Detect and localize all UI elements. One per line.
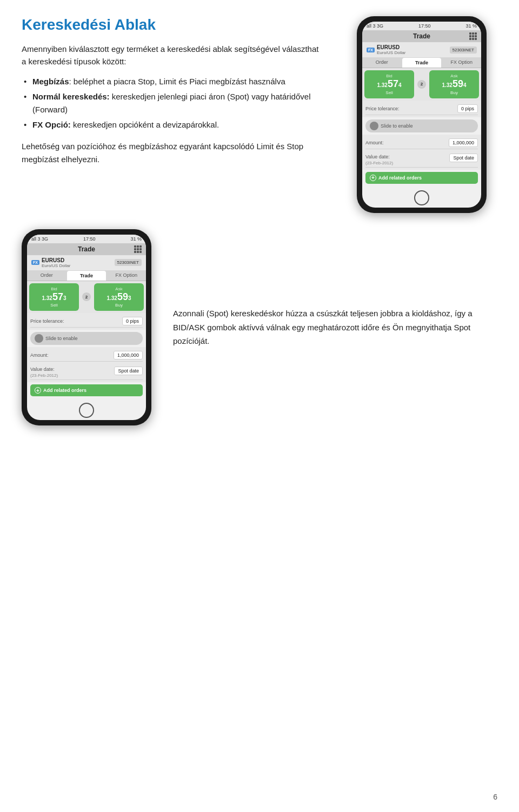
home-button-2[interactable] (79, 403, 94, 418)
ask-action-2: Buy (96, 303, 142, 308)
battery-indicator: 31 % (465, 23, 477, 29)
amount-row-2: Amount: 1,000,000 (30, 349, 143, 362)
tab-trade[interactable]: Trade (402, 58, 442, 68)
phone1-wrapper: all 3 3G 17:50 31 % Trade FX (346, 16, 497, 213)
phone-form: Price tolerance: 0 pips (362, 101, 481, 117)
nav-title-2: Trade (78, 245, 95, 253)
description-text: Lehetőség van pozícióhoz és megbízáshoz … (22, 140, 324, 166)
amount-row: Amount: 1,000,000 (365, 137, 478, 149)
fx-badge: FX (367, 48, 375, 52)
text-content: Kereskedési Ablak Amennyiben kiválasztot… (22, 16, 330, 213)
amount-value-2: 1,000,000 (114, 351, 143, 360)
bullet-text-1: : beléphet a piacra Stop, Limit és Piaci… (69, 77, 285, 86)
value-date-left: Value date: (23-Feb-2012) (365, 151, 393, 165)
currency-info-2: EURUSD Euro/US Dollar (42, 257, 70, 268)
tab-order-2[interactable]: Order (27, 270, 66, 281)
grid-icon (469, 32, 477, 40)
bullet-list: Megbízás: beléphet a piacra Stop, Limit … (22, 75, 324, 131)
bullet-bold-2: Normál kereskedés: (32, 92, 110, 101)
ask-big-2: 59 (117, 291, 128, 302)
page-number: 6 (493, 793, 497, 801)
add-related-orders-button-2[interactable]: + Add related orders (30, 384, 143, 396)
ask-price-2: 1.32593 (96, 291, 142, 303)
list-item: Megbízás: beléphet a piacra Stop, Limit … (22, 75, 324, 88)
list-item: FX Opció: kereskedjen opcióként a deviza… (22, 118, 324, 131)
bid-label-2: Bid (31, 287, 77, 291)
phone2: all 3 3G 17:50 31 % Trade FX (22, 229, 151, 426)
bid-small: 4 (398, 82, 402, 88)
nav-bar: Trade (362, 30, 481, 42)
value-date-row: Value date: (23-Feb-2012) Spot date (365, 149, 478, 168)
bid-small-2: 3 (63, 295, 66, 301)
currency-sub-2: Euro/US Dollar (42, 263, 70, 268)
value-date-value-2: Spot date (114, 367, 143, 375)
amount-label-2: Amount: (30, 352, 49, 358)
ask-label-2: Ask (96, 287, 142, 291)
tab-fx-option-2[interactable]: FX Option (107, 270, 146, 281)
bullet-bold-3: FX Opció: (32, 120, 71, 129)
bid-big: 57 (388, 78, 398, 89)
ask-action: Buy (431, 90, 477, 95)
bottom-section: all 3 3G 17:50 31 % Trade FX (22, 229, 497, 426)
currency-left: FX EURUSD Euro/US Dollar (367, 44, 405, 55)
slide-handle (370, 122, 378, 130)
currency-name: EURUSD (377, 44, 400, 50)
ask-button-2[interactable]: Ask 1.32593 Buy (94, 283, 144, 311)
phone-form-4: Amount: 1,000,000 Value date: (23-Feb-20… (27, 347, 146, 382)
signal-2: all 3 3G (31, 236, 48, 242)
home-button-area (362, 186, 481, 208)
bullet-bold-1: Megbízás (32, 77, 69, 86)
spread-container: 2 (416, 70, 427, 98)
bullet-text-3: kereskedjen opcióként a devizapárokkal. (71, 120, 219, 129)
spread-value: 2 (417, 80, 426, 89)
ask-big: 59 (453, 78, 463, 89)
bid-big-2: 57 (52, 291, 63, 302)
slide-handle-2 (35, 334, 43, 343)
price-tolerance-value: 0 pips (457, 104, 478, 113)
value-date-label: Value date: (365, 154, 390, 159)
phone-tabs: Order Trade FX Option (362, 57, 481, 68)
bid-action-2: Sell (31, 303, 77, 308)
phone-form-3: Price tolerance: 0 pips (27, 313, 146, 330)
tab-order[interactable]: Order (362, 57, 402, 68)
bid-price: 1.32574 (367, 78, 412, 90)
tab-trade-2[interactable]: Trade (67, 271, 107, 281)
currency-left-2: FX EURUSD Euro/US Dollar (31, 257, 70, 268)
amount-label: Amount: (365, 140, 384, 145)
phone-form-2: Amount: 1,000,000 Value date: (23-Feb-20… (362, 135, 481, 170)
bid-action: Sell (367, 90, 412, 95)
add-related-orders-button[interactable]: + Add related orders (365, 172, 478, 184)
bid-button-2[interactable]: Bid 1.32573 Sell (29, 283, 79, 311)
top-section: Kereskedési Ablak Amennyiben kiválasztot… (22, 16, 497, 213)
currency-sub: Euro/US Dollar (377, 50, 405, 55)
bid-prefix: 1.32 (377, 82, 387, 88)
intro-text: Amennyiben kiválasztott egy terméket a k… (22, 43, 324, 68)
ask-price: 1.32594 (431, 78, 477, 90)
phone2-screen: all 3 3G 17:50 31 % Trade FX (27, 235, 146, 421)
ask-label: Ask (431, 74, 477, 78)
price-tolerance-label: Price tolerance: (365, 106, 400, 111)
status-bar: all 3 3G 17:50 31 % (362, 22, 481, 30)
value-date-value: Spot date (449, 154, 478, 162)
slide-enable-2[interactable]: Slide to enable (30, 332, 143, 345)
ask-button[interactable]: Ask 1.32594 Buy (429, 70, 479, 98)
bid-button[interactable]: Bid 1.32574 Sell (364, 70, 414, 98)
ask-small-2: 3 (128, 295, 131, 301)
status-bar-2: all 3 3G 17:50 31 % (27, 235, 146, 243)
page-title: Kereskedési Ablak (22, 16, 324, 34)
nav-title: Trade (413, 32, 430, 40)
currency-bar-2: FX EURUSD Euro/US Dollar 52303INET (27, 255, 146, 270)
currency-name-2: EURUSD (42, 257, 64, 263)
bid-ask-area-2: Bid 1.32573 Sell 2 Ask 1.32593 (27, 281, 146, 314)
value-date-row-2: Value date: (23-Feb-2012) Spot date (30, 362, 143, 380)
slide-label-2: Slide to enable (45, 336, 78, 341)
home-button[interactable] (414, 190, 429, 205)
slide-enable[interactable]: Slide to enable (365, 119, 478, 132)
tab-fx-option[interactable]: FX Option (442, 57, 481, 68)
home-button-area-2 (27, 398, 146, 420)
bid-price-2: 1.32573 (31, 291, 77, 303)
phone1-screen: all 3 3G 17:50 31 % Trade FX (362, 22, 481, 208)
account-badge: 52303INET (450, 46, 477, 54)
nav-bar-2: Trade (27, 243, 146, 255)
bid-ask-area: Bid 1.32574 Sell 2 Ask 1.32594 (362, 68, 481, 101)
